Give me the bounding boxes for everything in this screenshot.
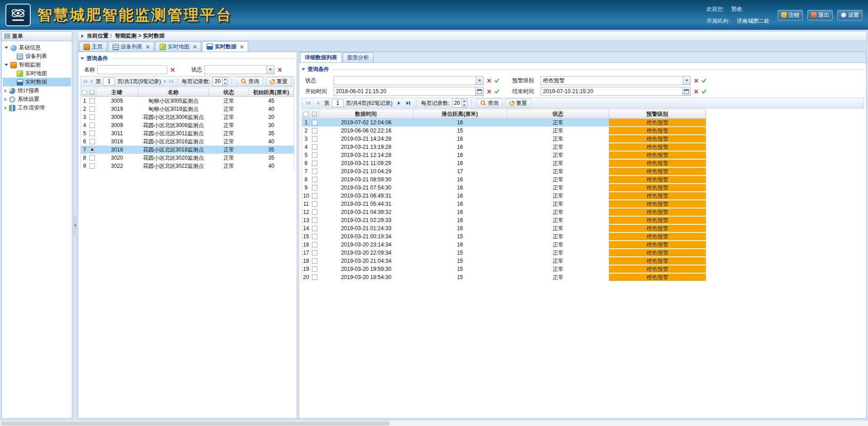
row-checkbox[interactable] [312, 120, 317, 125]
data-panel-tab-0[interactable]: 详细数据列表 [300, 52, 342, 62]
row-checkbox[interactable] [312, 266, 317, 272]
row-checkbox[interactable] [312, 169, 317, 174]
device-table-row[interactable]: 7 3018 花园小区北区3018监测点 正常 35 [81, 146, 294, 154]
tree-collapse-icon[interactable] [5, 64, 8, 66]
data-table-row[interactable]: 18 2019-03-20 21:04:34 15 正常 橙色预警 [302, 257, 706, 265]
sidebar-item-2[interactable]: 统计报表 [3, 86, 71, 95]
data-table-row[interactable]: 10 2019-03-21 06:49:31 16 正常 橙色预警 [302, 192, 706, 200]
select-all-checkbox[interactable] [303, 112, 308, 117]
column-header-level[interactable]: 液位距离(厘米) [413, 110, 507, 118]
row-checkbox[interactable] [312, 161, 317, 166]
tree-expand-icon[interactable] [5, 106, 7, 110]
sidebar-item-0[interactable]: 基础信息 [3, 43, 71, 52]
row-checkbox[interactable] [312, 234, 317, 239]
spinner-down-icon[interactable] [222, 81, 227, 85]
row-checkbox[interactable] [90, 163, 95, 169]
row-checkbox[interactable] [312, 226, 317, 231]
grid-options-icon[interactable] [312, 112, 317, 117]
prev-page-button[interactable] [89, 77, 94, 85]
column-header-distance[interactable]: 初始距离(厘米) [249, 88, 294, 96]
row-checkbox[interactable] [312, 275, 317, 280]
warn-level-combobox[interactable]: 橙色预警 [541, 76, 691, 85]
horizontal-scrollbar[interactable] [0, 420, 868, 426]
row-checkbox[interactable] [312, 258, 317, 264]
device-table-row[interactable]: 6 3016 花园小区北区3016监测点 正常 40 [81, 137, 294, 146]
row-checkbox[interactable] [312, 144, 317, 150]
sidebar-subitem-0-0[interactable]: 设备列表 [3, 52, 71, 61]
data-table-row[interactable]: 7 2019-03-21 10:04:29 17 正常 橙色预警 [302, 167, 706, 175]
sidebar-collapse-handle[interactable] [73, 216, 76, 235]
spinner-up-icon[interactable] [462, 99, 467, 103]
device-table-row[interactable]: 9 3022 花园小区北区3022监测点 正常 40 [81, 162, 294, 170]
column-header-time[interactable]: 数据时间 [319, 110, 413, 118]
device-table-row[interactable]: 5 3011 花园小区北区3011监测点 正常 35 [81, 129, 294, 137]
tab-close-icon[interactable] [146, 45, 150, 49]
row-checkbox[interactable] [312, 136, 317, 142]
reset-button[interactable]: 重置 [266, 77, 292, 86]
device-table-row[interactable]: 2 3019 甸柳小区3019监测点 正常 40 [81, 105, 294, 113]
data-table-row[interactable]: 2 2019-06-06 02:22:16 15 正常 橙色预警 [302, 127, 706, 135]
logout-button[interactable]: 注销 [778, 10, 803, 20]
data-table-row[interactable]: 4 2019-03-21 13:19:28 16 正常 橙色预警 [302, 143, 706, 151]
calendar-icon[interactable] [682, 87, 690, 95]
status-combobox[interactable] [204, 65, 274, 74]
end-time-field[interactable]: 2019-07-10 21:15:20 [541, 87, 691, 96]
prev-page-button[interactable] [314, 99, 322, 107]
sidebar-item-1[interactable]: 智能监测 [3, 61, 71, 69]
row-checkbox[interactable] [90, 106, 95, 112]
first-page-button[interactable] [304, 99, 312, 107]
data-table-row[interactable]: 17 2019-03-20 22:09:34 15 正常 橙色预警 [302, 249, 706, 257]
page-input[interactable] [332, 99, 344, 107]
sidebar-item-4[interactable]: 工作流管理 [3, 104, 71, 112]
row-checkbox[interactable] [312, 177, 317, 182]
per-page-spinner[interactable] [212, 77, 228, 86]
row-checkbox[interactable] [312, 128, 317, 133]
data-table-row[interactable]: 13 2019-03-21 02:29:33 16 正常 橙色预警 [302, 216, 706, 224]
first-page-button[interactable] [83, 77, 88, 85]
data-table-row[interactable]: 14 2019-03-21 01:24:33 16 正常 橙色预警 [302, 224, 706, 232]
data-table-row[interactable]: 15 2019-03-21 00:19:34 15 正常 橙色预警 [302, 232, 706, 241]
data-table-row[interactable]: 3 2019-03-21 14:24:28 16 正常 橙色预警 [302, 135, 706, 143]
device-table-row[interactable]: 3 3006 花园小区北区3006监测点 正常 20 [81, 113, 294, 121]
data-panel-tab-1[interactable]: 图形分析 [343, 52, 373, 62]
column-header-key[interactable]: 主键 [96, 88, 138, 96]
search-button[interactable]: 查询 [237, 77, 263, 86]
last-page-button[interactable] [404, 99, 412, 107]
row-checkbox[interactable] [312, 218, 317, 223]
main-tab-1[interactable]: 设备列表 [108, 42, 154, 52]
data-table-row[interactable]: 20 2019-03-20 18:54:30 15 正常 橙色预警 [302, 273, 706, 281]
row-checkbox[interactable] [90, 131, 95, 136]
row-checkbox[interactable] [312, 209, 317, 215]
tree-expand-icon[interactable] [5, 98, 7, 101]
column-header-status[interactable]: 状态 [507, 110, 609, 118]
per-page-input[interactable] [213, 77, 222, 85]
last-page-button[interactable] [169, 77, 174, 85]
status-combobox[interactable] [334, 76, 484, 85]
column-header-status[interactable]: 状态 [209, 88, 249, 96]
main-tab-2[interactable]: 实时地图 [155, 42, 201, 52]
next-page-button[interactable] [163, 77, 168, 85]
row-checkbox[interactable] [90, 155, 95, 161]
spinner-down-icon[interactable] [462, 103, 467, 107]
sidebar-item-3[interactable]: 系统设置 [3, 95, 71, 104]
sidebar-subitem-1-0[interactable]: 实时地图 [3, 69, 71, 78]
reset-button[interactable]: 重置 [505, 99, 531, 108]
per-page-spinner[interactable] [452, 99, 467, 108]
chevron-down-icon[interactable] [683, 76, 690, 85]
row-checkbox[interactable] [90, 98, 95, 104]
select-all-checkbox[interactable] [82, 90, 87, 95]
column-header-warn[interactable]: 预警级别 [609, 110, 706, 118]
clear-icon[interactable] [486, 78, 492, 84]
tab-close-icon[interactable] [240, 45, 244, 49]
row-checkbox[interactable] [312, 185, 317, 190]
tab-close-icon[interactable] [193, 45, 197, 49]
data-table-row[interactable]: 16 2019-03-20 23:14:34 16 正常 橙色预警 [302, 241, 706, 249]
chevron-down-icon[interactable] [266, 66, 274, 74]
data-table-row[interactable]: 11 2019-03-21 05:44:31 16 正常 橙色预警 [302, 200, 706, 208]
sidebar-subitem-1-1[interactable]: 实时数据 [3, 78, 71, 86]
row-checkbox[interactable] [312, 250, 317, 256]
settings-button[interactable]: 设置 [837, 10, 863, 20]
row-checkbox[interactable] [90, 139, 95, 144]
chevron-down-icon[interactable] [476, 76, 483, 85]
row-checkbox[interactable] [90, 147, 95, 152]
